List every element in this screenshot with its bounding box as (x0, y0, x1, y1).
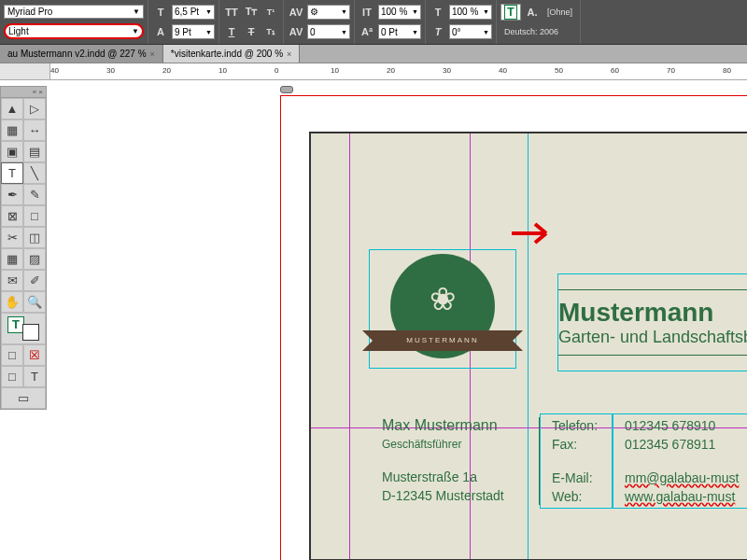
fax-value: 012345 678911 (625, 437, 739, 452)
zoom-tool[interactable]: 🔍 (23, 291, 46, 313)
baseline-input[interactable]: 0 Pt▼ (378, 24, 421, 39)
title-text-frame[interactable]: Mustermann Garten- und Landschaftsb (557, 273, 747, 371)
control-panel: Myriad Pro▼ Light▼ T 6,5 Pt▼ A 9 Pt▼ TT … (0, 0, 747, 45)
contact-block: Max Mustermann Geschäftsführer Musterstr… (371, 413, 747, 509)
page-frame: ❀ MUSTERMANN Mustermann Garten- und Land… (309, 132, 747, 560)
kerning-icon: AV (288, 4, 304, 21)
font-family-select[interactable]: Myriad Pro▼ (4, 5, 144, 19)
underline-icon[interactable]: T (223, 23, 240, 40)
person-role: Geschäftsführer (382, 438, 528, 451)
type-tool[interactable]: T (1, 162, 23, 184)
note-tool[interactable]: ✉ (1, 270, 23, 291)
tab-doc-1[interactable]: au Mustermann v2.indd @ 227 %× (0, 45, 163, 63)
leading-input[interactable]: 9 Pt▼ (172, 24, 215, 39)
tab-doc-2[interactable]: *visitenkarte.indd @ 200 %× (163, 45, 300, 63)
fill-swatch[interactable]: T (500, 4, 521, 21)
company-name: Mustermann (558, 298, 747, 328)
city: D-12345 Musterstadt (382, 488, 528, 503)
content-collector-tool[interactable]: ▣ (1, 141, 23, 162)
all-caps-icon[interactable]: TT (223, 4, 240, 21)
kerning-input[interactable]: ⚙▼ (307, 5, 350, 20)
font-size-icon: T (152, 4, 169, 21)
strikethrough-icon[interactable]: T (243, 23, 260, 40)
bleed-frame: ❀ MUSTERMANN Mustermann Garten- und Land… (280, 95, 747, 560)
logo-frame[interactable]: ❀ MUSTERMANN (369, 249, 516, 369)
tracking-input[interactable]: 0▼ (307, 24, 350, 39)
superscript-icon[interactable]: T¹ (262, 4, 279, 21)
leading-icon: A (152, 23, 169, 40)
content-placer-tool[interactable]: ▤ (23, 141, 46, 162)
tracking-icon: AV (288, 23, 304, 40)
formatting-container-tool[interactable]: □ (1, 366, 23, 387)
char-style-label[interactable]: [Ohne] (543, 7, 576, 17)
page-tool[interactable]: ▦ (1, 119, 23, 141)
phone-column[interactable]: Telefon: Fax: E-Mail: Web: (540, 413, 613, 509)
phone-value: 012345 678910 (625, 418, 739, 433)
char-style-icon: A. (524, 4, 541, 21)
spread-handle[interactable] (280, 86, 293, 93)
small-caps-icon[interactable]: Tᴛ (243, 4, 260, 21)
panel-collapse-icon[interactable]: « × (1, 87, 46, 98)
document-canvas[interactable]: ❀ MUSTERMANN Mustermann Garten- und Land… (261, 80, 747, 560)
value-column[interactable]: 012345 678910 012345 678911 mm@galabau-m… (613, 413, 747, 509)
line-tool[interactable]: ╲ (23, 162, 46, 184)
selection-tool[interactable]: ▲ (1, 98, 23, 119)
hand-tool[interactable]: ✋ (1, 291, 23, 313)
email-value: mm@galabau-must (625, 470, 739, 485)
arrow-annotation (507, 219, 563, 247)
guide[interactable] (349, 133, 350, 559)
logo-banner: MUSTERMANN (377, 330, 508, 351)
street: Musterstraße 1a (382, 469, 528, 484)
company-subtitle: Garten- und Landschaftsb (558, 328, 747, 347)
gap-tool[interactable]: ↔ (23, 119, 46, 141)
font-size-input[interactable]: 6,5 Pt▼ (172, 5, 215, 20)
tree-icon: ❀ (430, 280, 456, 317)
pen-tool[interactable]: ✒ (1, 184, 23, 205)
apply-color-tool[interactable]: □ (1, 344, 23, 366)
baseline-icon: Aª (359, 23, 375, 40)
scissors-tool[interactable]: ✂ (1, 227, 23, 248)
eyedropper-tool[interactable]: ✐ (23, 270, 46, 291)
rectangle-tool[interactable]: □ (23, 205, 46, 227)
hscale-icon: T (430, 4, 446, 21)
document-tabs: au Mustermann v2.indd @ 227 %× *visitenk… (0, 45, 747, 63)
web-value: www.galabau-must (625, 489, 739, 504)
close-icon[interactable]: × (150, 49, 155, 59)
view-mode-tool[interactable]: ▭ (1, 387, 46, 409)
fill-stroke-swatch[interactable]: T (1, 313, 46, 344)
subscript-icon[interactable]: T₁ (262, 23, 279, 40)
rotation-input[interactable]: 0°▼ (449, 24, 492, 39)
skew-icon: T (430, 23, 446, 40)
free-transform-tool[interactable]: ◫ (23, 227, 46, 248)
apply-none-tool[interactable]: ☒ (23, 344, 46, 366)
tools-panel: « × ▲ ▷ ▦ ↔ ▣ ▤ T ╲ ✒ ✎ ⊠ □ ✂ ◫ ▦ ▨ ✉ ✐ … (0, 86, 47, 410)
gradient-swatch-tool[interactable]: ▦ (1, 248, 23, 270)
vscale-input[interactable]: 100 %▼ (378, 5, 421, 20)
pencil-tool[interactable]: ✎ (23, 184, 46, 205)
rectangle-frame-tool[interactable]: ⊠ (1, 205, 23, 227)
close-icon[interactable]: × (287, 49, 291, 59)
person-name: Max Mustermann (382, 417, 528, 434)
vscale-icon: IT (359, 4, 375, 21)
font-style-select[interactable]: Light▼ (4, 23, 144, 39)
horizontal-ruler[interactable]: 4030201001020304050607080 (0, 63, 747, 80)
language-label[interactable]: Deutsch: 2006 (500, 27, 562, 36)
direct-selection-tool[interactable]: ▷ (23, 98, 46, 119)
name-column[interactable]: Max Mustermann Geschäftsführer Musterstr… (371, 413, 539, 509)
gradient-feather-tool[interactable]: ▨ (23, 248, 46, 270)
hscale-input[interactable]: 100 %▼ (449, 5, 492, 20)
formatting-text-tool[interactable]: T (23, 366, 46, 387)
